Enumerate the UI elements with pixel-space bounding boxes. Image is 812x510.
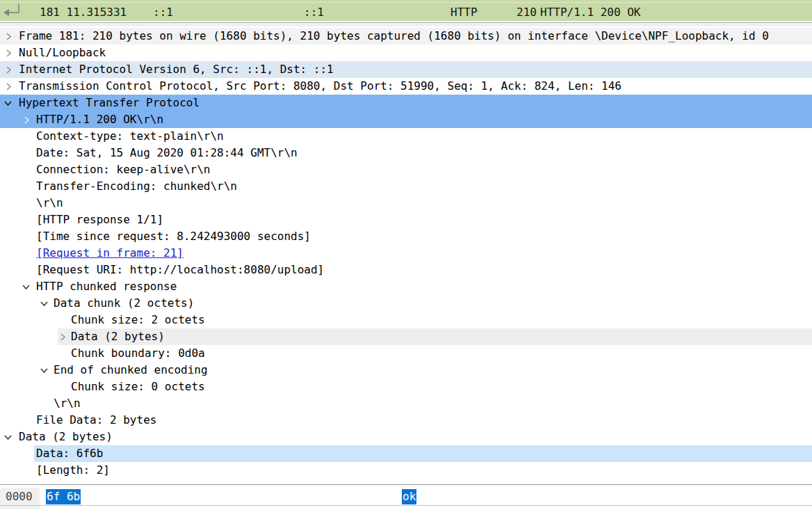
tree-row-label: Data: 6f6b — [0, 445, 812, 462]
tree-row[interactable]: Data chunk (2 octets) — [0, 295, 812, 312]
tree-row-label: Transmission Control Protocol, Src Port:… — [0, 78, 812, 95]
tree-row[interactable]: [Request in frame: 21] — [0, 245, 812, 262]
hex-dump-pane: 0000 6f 6b ok — [0, 484, 812, 510]
tree-row[interactable]: Hypertext Transfer Protocol — [0, 95, 812, 111]
tree-row[interactable]: Chunk size: 2 octets — [0, 312, 812, 328]
tree-row-label: Transfer-Encoding: chunked\r\n — [0, 178, 812, 195]
tree-row[interactable]: HTTP/1.1 200 OK\r\n — [0, 111, 812, 128]
tree-row[interactable]: Data (2 bytes) — [0, 429, 812, 445]
tree-row[interactable]: [HTTP response 1/1] — [0, 212, 812, 228]
tree-row-label: Null/Loopback — [0, 45, 812, 61]
tree-row-label: HTTP/1.1 200 OK\r\n — [0, 111, 812, 128]
packet-destination: ::1 — [304, 3, 324, 21]
tree-row-label: [Time since request: 8.242493000 seconds… — [0, 228, 812, 245]
packet-info: HTTP/1.1 200 OK — [540, 3, 641, 21]
tree-row[interactable]: File Data: 2 bytes — [0, 412, 812, 429]
hex-offset: 0000 — [6, 489, 33, 504]
tree-row[interactable]: Date: Sat, 15 Aug 2020 01:28:44 GMT\r\n — [0, 145, 812, 161]
hex-pane-bottom-border — [0, 505, 812, 506]
tree-row-label: Date: Sat, 15 Aug 2020 01:28:44 GMT\r\n — [0, 145, 812, 161]
tree-row-label: Chunk size: 2 octets — [0, 312, 812, 328]
packet-length: 210 — [517, 3, 537, 21]
tree-row-label: Data (2 bytes) — [0, 429, 812, 445]
related-packet-arrow-icon — [1, 3, 23, 22]
tree-row-label: \r\n — [0, 195, 812, 212]
tree-row[interactable]: Connection: keep-alive\r\n — [0, 161, 812, 178]
tree-row-label: Data chunk (2 octets) — [0, 295, 812, 312]
tree-row[interactable]: End of chunked encoding — [0, 362, 812, 378]
tree-row[interactable]: Context-type: text-plain\r\n — [0, 128, 812, 145]
wireshark-window: 181 11.315331 ::1 ::1 HTTP 210 HTTP/1.1 … — [0, 0, 812, 510]
tree-row-label: Data (2 bytes) — [0, 328, 812, 345]
hex-row[interactable]: 0000 6f 6b ok — [0, 489, 812, 504]
tree-row-label: Chunk boundary: 0d0a — [0, 345, 812, 362]
packet-protocol: HTTP — [450, 3, 478, 21]
tree-row[interactable]: Internet Protocol Version 6, Src: ::1, D… — [0, 61, 812, 78]
tree-row[interactable]: Transmission Control Protocol, Src Port:… — [0, 78, 812, 95]
tree-row[interactable]: Frame 181: 210 bytes on wire (1680 bits)… — [0, 28, 812, 45]
packet-row-partial[interactable] — [0, 0, 812, 3]
tree-row-label: [Length: 2] — [0, 462, 812, 479]
packet-detail-tree: Frame 181: 210 bytes on wire (1680 bits)… — [0, 28, 812, 479]
tree-row-label: Chunk size: 0 octets — [0, 378, 812, 395]
tree-row-label: End of chunked encoding — [0, 362, 812, 378]
request-in-frame-link[interactable]: [Request in frame: 21] — [0, 245, 812, 262]
tree-row-label: Internet Protocol Version 6, Src: ::1, D… — [0, 61, 812, 78]
tree-row[interactable]: [Length: 2] — [0, 462, 812, 479]
tree-row-label: Frame 181: 210 bytes on wire (1680 bits)… — [0, 28, 812, 45]
packet-source: ::1 — [153, 3, 173, 21]
tree-row[interactable]: Transfer-Encoding: chunked\r\n — [0, 178, 812, 195]
tree-row[interactable]: Chunk size: 0 octets — [0, 378, 812, 395]
tree-row[interactable]: [Time since request: 8.242493000 seconds… — [0, 228, 812, 245]
tree-row[interactable]: [Request URI: http://localhost:8080/uplo… — [0, 262, 812, 278]
tree-row-label: [Request URI: http://localhost:8080/uplo… — [0, 262, 812, 278]
tree-row-label: Connection: keep-alive\r\n — [0, 161, 812, 178]
tree-row-label: Context-type: text-plain\r\n — [0, 128, 812, 145]
tree-row[interactable]: Data (2 bytes) — [0, 328, 812, 345]
tree-row[interactable]: \r\n — [0, 395, 812, 412]
tree-row-label: HTTP chunked response — [0, 278, 812, 295]
tree-row[interactable]: \r\n — [0, 195, 812, 212]
packet-row-selected[interactable]: 181 11.315331 ::1 ::1 HTTP 210 HTTP/1.1 … — [0, 3, 812, 21]
tree-row[interactable]: Data: 6f6b — [0, 445, 812, 462]
packet-list-pane: 181 11.315331 ::1 ::1 HTTP 210 HTTP/1.1 … — [0, 0, 812, 21]
tree-row[interactable]: Chunk boundary: 0d0a — [0, 345, 812, 362]
tree-row[interactable]: HTTP chunked response — [0, 278, 812, 295]
tree-row-label: \r\n — [0, 395, 812, 412]
pane-splitter[interactable] — [0, 21, 812, 28]
tree-row[interactable]: Null/Loopback — [0, 45, 812, 61]
tree-row-label: [HTTP response 1/1] — [0, 212, 812, 228]
tree-row-label: Hypertext Transfer Protocol — [0, 95, 812, 111]
hex-ascii-selected[interactable]: ok — [402, 489, 416, 504]
hex-bytes-selected[interactable]: 6f 6b — [46, 489, 81, 504]
packet-number-time: 181 11.315331 — [40, 3, 127, 21]
tree-row-label: File Data: 2 bytes — [0, 412, 812, 429]
